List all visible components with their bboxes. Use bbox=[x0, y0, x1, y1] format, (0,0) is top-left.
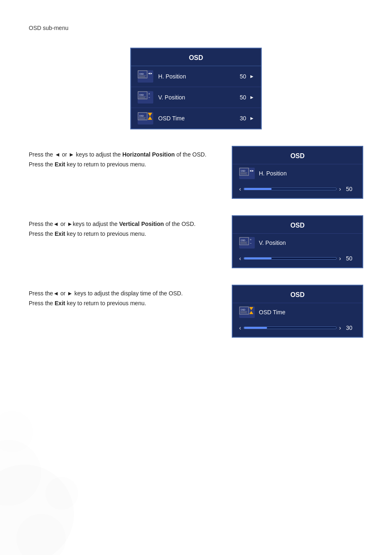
svg-text:+: + bbox=[148, 92, 150, 95]
v-position-sub-icon: OSD + − bbox=[239, 237, 255, 249]
menu-label-osd-time: OSD Time bbox=[158, 115, 240, 122]
slider-left-arrow-t: ‹ bbox=[239, 325, 241, 331]
slider-fill-h bbox=[244, 188, 272, 190]
section-h-position-desc: Press the ◄ or ► keys to adjust the Hori… bbox=[29, 146, 219, 170]
slider-right-arrow-h: › bbox=[339, 186, 341, 192]
slider-right-arrow-t: › bbox=[339, 325, 341, 331]
svg-text:OSD: OSD bbox=[241, 239, 245, 242]
svg-text:−: − bbox=[148, 96, 150, 99]
menu-row-v-position: OSD + − V. Position 50 ► bbox=[131, 87, 261, 108]
v-position-desc-text: Press the◄ or ►keys to adjust the Vertic… bbox=[29, 219, 219, 229]
svg-text:►: ► bbox=[251, 169, 254, 172]
osd-sub-row-v-position: OSD + − V. Position bbox=[233, 233, 362, 251]
osd-sub-panel-osd-time: OSD OSD OSD Time ‹ bbox=[232, 285, 363, 338]
svg-text:−: − bbox=[250, 242, 251, 245]
slider-track-h bbox=[244, 188, 337, 190]
osd-sub-panel-v-position: OSD OSD + − V. Position ‹ bbox=[232, 215, 363, 268]
osd-sub-header-osd-time: OSD bbox=[233, 286, 362, 303]
slider-value-h: 50 bbox=[346, 186, 356, 192]
osd-sub-row-osd-time: OSD OSD Time bbox=[233, 303, 362, 320]
svg-point-2 bbox=[16, 514, 66, 555]
osd-sub-row-h-position: OSD ◄ ► H. Position bbox=[233, 164, 362, 182]
osd-sub-panel-h-position: OSD OSD ◄ ► H. Position ‹ bbox=[232, 146, 363, 199]
svg-text:OSD: OSD bbox=[241, 309, 245, 311]
v-position-exit-text: Press the Exit key to return to previous… bbox=[29, 229, 219, 239]
h-position-bold: Horizontal Position bbox=[122, 151, 175, 158]
menu-value-v-position: 50 bbox=[240, 94, 247, 101]
h-position-exit-text: Press the Exit key to return to previous… bbox=[29, 160, 219, 170]
osd-slider-osd-time: ‹ › 30 bbox=[233, 320, 362, 337]
menu-arrow-h-position: ► bbox=[249, 74, 254, 79]
osd-sub-header-h-position: OSD bbox=[233, 147, 362, 164]
slider-track-t bbox=[244, 327, 337, 329]
page-content: OSD sub-menu OSD OSD ◄ ► H. Position 50 … bbox=[0, 0, 392, 379]
section-osd-time-desc: Press the◄ or ► keys to adjust the displ… bbox=[29, 285, 219, 309]
svg-text:OSD: OSD bbox=[139, 73, 144, 75]
osd-time-desc-text: Press the◄ or ► keys to adjust the displ… bbox=[29, 289, 219, 299]
slider-left-arrow-h: ‹ bbox=[239, 186, 241, 192]
section-v-position-desc: Press the◄ or ►keys to adjust the Vertic… bbox=[29, 215, 219, 239]
svg-text:OSD: OSD bbox=[139, 115, 144, 117]
v-position-bold: Vertical Position bbox=[119, 221, 164, 227]
svg-text:►: ► bbox=[150, 72, 153, 75]
osd-time-exit-text: Press the Exit key to return to previous… bbox=[29, 299, 219, 309]
osd-time-icon: OSD bbox=[138, 112, 153, 124]
menu-row-h-position: OSD ◄ ► H. Position 50 ► bbox=[131, 66, 261, 87]
menu-arrow-v-position: ► bbox=[249, 94, 254, 100]
menu-arrow-osd-time: ► bbox=[249, 115, 254, 121]
svg-point-0 bbox=[0, 465, 74, 555]
menu-label-h-position: H. Position bbox=[158, 73, 240, 80]
h-position-sub-label: H. Position bbox=[259, 170, 287, 177]
h-position-desc-text: Press the ◄ or ► keys to adjust the Hori… bbox=[29, 150, 219, 160]
background-decoration bbox=[0, 350, 123, 555]
osd-main-menu-header: OSD bbox=[131, 48, 261, 66]
slider-value-v: 50 bbox=[346, 255, 356, 262]
section-h-position: Press the ◄ or ► keys to adjust the Hori… bbox=[29, 146, 363, 199]
slider-right-arrow-v: › bbox=[339, 255, 341, 262]
section-osd-time: Press the◄ or ► keys to adjust the displ… bbox=[29, 285, 363, 338]
osd-main-menu: OSD OSD ◄ ► H. Position 50 ► OSD bbox=[130, 48, 262, 129]
menu-row-osd-time: OSD OSD Time 30 ► bbox=[131, 108, 261, 129]
osd-slider-h-position: ‹ › 50 bbox=[233, 182, 362, 198]
osd-slider-v-position: ‹ › 50 bbox=[233, 251, 362, 267]
slider-track-v bbox=[244, 257, 337, 260]
slider-value-t: 30 bbox=[346, 325, 356, 331]
slider-left-arrow-v: ‹ bbox=[239, 255, 241, 262]
v-position-exit-bold: Exit bbox=[55, 230, 65, 237]
h-position-icon: OSD ◄ ► bbox=[138, 70, 153, 83]
section-v-position: Press the◄ or ►keys to adjust the Vertic… bbox=[29, 215, 363, 268]
slider-fill-v bbox=[244, 258, 272, 259]
svg-text:OSD: OSD bbox=[139, 94, 144, 96]
menu-label-v-position: V. Position bbox=[158, 94, 240, 101]
svg-text:+: + bbox=[250, 238, 251, 241]
svg-point-1 bbox=[0, 440, 41, 506]
v-position-icon: OSD + − bbox=[138, 91, 153, 104]
slider-fill-t bbox=[244, 327, 267, 329]
menu-value-h-position: 50 bbox=[240, 73, 247, 80]
osd-time-exit-bold: Exit bbox=[55, 300, 65, 306]
svg-point-3 bbox=[45, 477, 78, 510]
svg-point-4 bbox=[0, 411, 33, 452]
osd-sub-header-v-position: OSD bbox=[233, 216, 362, 233]
osd-time-sub-label: OSD Time bbox=[259, 309, 286, 315]
v-position-sub-label: V. Position bbox=[259, 240, 286, 246]
menu-value-osd-time: 30 bbox=[240, 115, 247, 122]
svg-text:OSD: OSD bbox=[241, 170, 245, 172]
osd-time-sub-icon: OSD bbox=[239, 306, 255, 318]
page-title: OSD sub-menu bbox=[29, 25, 363, 31]
h-position-sub-icon: OSD ◄ ► bbox=[239, 168, 255, 179]
h-position-exit-bold: Exit bbox=[55, 161, 65, 168]
